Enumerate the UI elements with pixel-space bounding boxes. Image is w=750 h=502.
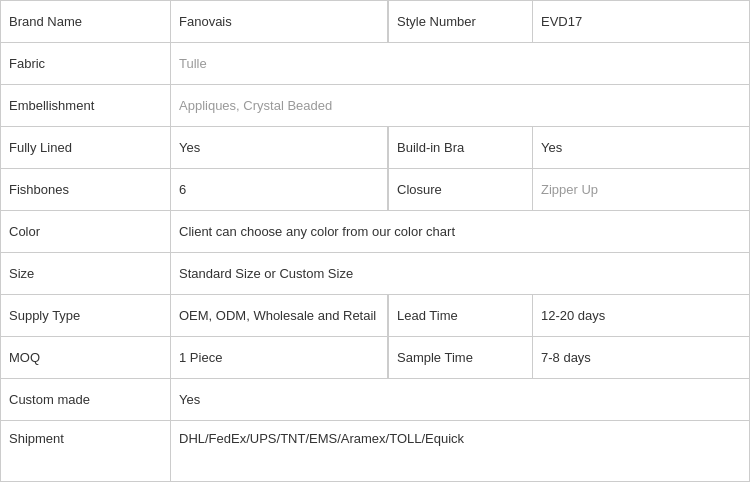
- embellishment-row: Embellishment Appliques, Crystal Beaded: [1, 85, 749, 127]
- moq-label: MOQ: [1, 337, 171, 378]
- fishbones-value: 6: [171, 169, 388, 210]
- closure-label: Closure: [388, 169, 533, 210]
- supply-lead-row: Supply Type OEM, ODM, Wholesale and Reta…: [1, 295, 749, 337]
- size-row: Size Standard Size or Custom Size: [1, 253, 749, 295]
- style-number-value: EVD17: [533, 1, 749, 42]
- sample-time-label: Sample Time: [388, 337, 533, 378]
- shipment-row: Shipment DHL/FedEx/UPS/TNT/EMS/Aramex/TO…: [1, 421, 749, 481]
- embellishment-label: Embellishment: [1, 85, 171, 126]
- fabric-label: Fabric: [1, 43, 171, 84]
- shipment-value: DHL/FedEx/UPS/TNT/EMS/Aramex/TOLL/Equick: [171, 421, 749, 481]
- shipment-label: Shipment: [1, 421, 171, 481]
- fishbones-label: Fishbones: [1, 169, 171, 210]
- brand-name-label: Brand Name: [1, 1, 171, 42]
- fully-lined-row: Fully Lined Yes Build-in Bra Yes: [1, 127, 749, 169]
- style-number-label: Style Number: [388, 1, 533, 42]
- size-value: Standard Size or Custom Size: [171, 253, 749, 294]
- closure-value: Zipper Up: [533, 169, 749, 210]
- moq-value: 1 Piece: [171, 337, 388, 378]
- supply-type-value: OEM, ODM, Wholesale and Retail: [171, 295, 388, 336]
- moq-sample-row: MOQ 1 Piece Sample Time 7-8 days: [1, 337, 749, 379]
- custom-made-row: Custom made Yes: [1, 379, 749, 421]
- color-label: Color: [1, 211, 171, 252]
- fabric-row: Fabric Tulle: [1, 43, 749, 85]
- product-table: Brand Name Fanovais Style Number EVD17 F…: [0, 0, 750, 482]
- custom-made-label: Custom made: [1, 379, 171, 420]
- custom-made-value: Yes: [171, 379, 749, 420]
- lead-time-value: 12-20 days: [533, 295, 749, 336]
- sample-time-value: 7-8 days: [533, 337, 749, 378]
- brand-style-row: Brand Name Fanovais Style Number EVD17: [1, 1, 749, 43]
- color-row: Color Client can choose any color from o…: [1, 211, 749, 253]
- build-in-bra-label: Build-in Bra: [388, 127, 533, 168]
- color-value: Client can choose any color from our col…: [171, 211, 749, 252]
- embellishment-value: Appliques, Crystal Beaded: [171, 85, 749, 126]
- fabric-value: Tulle: [171, 43, 749, 84]
- fully-lined-value: Yes: [171, 127, 388, 168]
- fully-lined-label: Fully Lined: [1, 127, 171, 168]
- lead-time-label: Lead Time: [388, 295, 533, 336]
- supply-type-label: Supply Type: [1, 295, 171, 336]
- build-in-bra-value: Yes: [533, 127, 749, 168]
- brand-name-value: Fanovais: [171, 1, 388, 42]
- size-label: Size: [1, 253, 171, 294]
- fishbones-row: Fishbones 6 Closure Zipper Up: [1, 169, 749, 211]
